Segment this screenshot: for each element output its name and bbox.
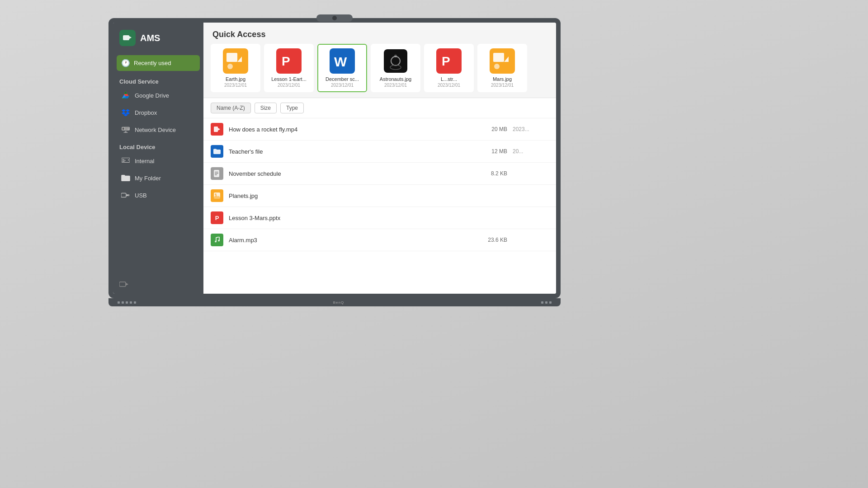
qa-item-lesson1[interactable]: P Lesson 1-Eart... 2023/12/01 bbox=[264, 44, 314, 92]
svg-rect-26 bbox=[384, 49, 407, 73]
local-device-section: Local Device bbox=[113, 138, 203, 152]
monitor-frame: AMS 🕐 Recently used Cloud Service bbox=[108, 18, 561, 298]
sidebar-item-recently-used[interactable]: 🕐 Recently used bbox=[117, 55, 200, 71]
svg-rect-4 bbox=[125, 128, 129, 128]
svg-point-45 bbox=[215, 241, 217, 243]
camera-bottom-icon bbox=[119, 281, 129, 289]
sidebar-item-network-device[interactable]: Network Device bbox=[115, 122, 202, 138]
network-device-icon bbox=[121, 125, 130, 134]
ams-logo bbox=[119, 30, 136, 46]
quick-access-title: Quick Access bbox=[203, 23, 556, 44]
file-row[interactable]: Teacher's file 12 MB 20... bbox=[203, 141, 556, 163]
svg-rect-10 bbox=[123, 160, 126, 160]
port-dot bbox=[549, 301, 552, 304]
svg-rect-36 bbox=[214, 127, 218, 132]
sort-size-button[interactable]: Size bbox=[255, 103, 277, 113]
camera bbox=[316, 14, 353, 22]
svg-rect-5 bbox=[125, 129, 127, 129]
svg-rect-0 bbox=[123, 35, 129, 40]
qa-name-earth: Earth.jpg bbox=[215, 76, 256, 82]
port-dot bbox=[545, 301, 547, 304]
file-row[interactable]: How does a rocket fly.mp4 20 MB 2023... bbox=[203, 118, 556, 141]
svg-rect-12 bbox=[128, 160, 129, 160]
internal-label: Internal bbox=[135, 158, 154, 164]
qa-date-earth: 2023/12/01 bbox=[224, 83, 247, 88]
port-dot bbox=[130, 301, 132, 304]
sort-name-button[interactable]: Name (A-Z) bbox=[211, 103, 251, 113]
qa-item-earth-jpg[interactable]: Earth.jpg 2023/12/01 bbox=[211, 44, 260, 92]
qa-item-astronauts[interactable]: Astronauts.jpg 2023/12/01 bbox=[371, 44, 420, 92]
qa-date-lesson1: 2023/12/01 bbox=[278, 83, 300, 88]
file-name-alarm: Alarm.mp3 bbox=[229, 237, 470, 244]
file-image-icon bbox=[211, 189, 223, 202]
svg-rect-33 bbox=[493, 53, 504, 62]
file-list-area: Name (A-Z) Size Type bbox=[203, 98, 556, 294]
sidebar: AMS 🕐 Recently used Cloud Service bbox=[113, 23, 203, 294]
sidebar-item-usb[interactable]: USB bbox=[115, 187, 202, 203]
svg-marker-1 bbox=[129, 36, 132, 39]
file-name-teachers: Teacher's file bbox=[229, 148, 470, 155]
svg-text:W: W bbox=[334, 54, 347, 69]
monitor-ports-left bbox=[118, 301, 136, 304]
qa-item-lstr[interactable]: P L...str... 2023/12/01 bbox=[424, 44, 474, 92]
sidebar-bottom bbox=[113, 277, 203, 294]
file-name-lesson3: Lesson 3-Mars.pptx bbox=[229, 215, 470, 221]
usb-label: USB bbox=[135, 192, 147, 199]
svg-point-15 bbox=[128, 195, 130, 196]
sidebar-item-google-drive[interactable]: Google Drive bbox=[115, 87, 202, 103]
svg-rect-40 bbox=[215, 173, 218, 174]
file-list-table: How does a rocket fly.mp4 20 MB 2023... bbox=[203, 118, 556, 251]
qa-item-december[interactable]: W December sc... 2023/12/01 bbox=[317, 44, 367, 92]
file-name-november: November schedule bbox=[229, 170, 470, 177]
monitor-bottom-bar: BenQ bbox=[108, 298, 561, 306]
file-date-teachers: 20... bbox=[513, 148, 549, 155]
svg-point-46 bbox=[218, 240, 220, 242]
clock-icon: 🕐 bbox=[121, 59, 130, 67]
svg-point-28 bbox=[394, 55, 397, 57]
svg-rect-39 bbox=[215, 172, 218, 173]
my-folder-label: My Folder bbox=[135, 175, 161, 182]
monitor-brand-label: BenQ bbox=[333, 300, 344, 305]
svg-text:P: P bbox=[282, 54, 290, 68]
sort-type-button[interactable]: Type bbox=[280, 103, 304, 113]
dropbox-label: Dropbox bbox=[135, 109, 157, 116]
file-row[interactable]: November schedule 8.2 KB bbox=[203, 163, 556, 185]
svg-rect-13 bbox=[121, 193, 126, 197]
quick-access-row: Earth.jpg 2023/12/01 P Lesson 1-Eart... … bbox=[203, 44, 556, 98]
file-date-rocket: 2023... bbox=[513, 126, 549, 132]
file-size-teachers: 12 MB bbox=[476, 148, 507, 155]
svg-rect-7 bbox=[124, 132, 128, 132]
file-row[interactable]: P Lesson 3-Mars.pptx bbox=[203, 207, 556, 229]
sidebar-item-internal[interactable]: Internal bbox=[115, 153, 202, 169]
cloud-service-section: Cloud Service bbox=[113, 73, 203, 87]
sidebar-item-my-folder[interactable]: My Folder bbox=[115, 170, 202, 186]
qa-date-december: 2023/12/01 bbox=[331, 83, 354, 88]
qa-name-astronauts: Astronauts.jpg bbox=[375, 76, 416, 82]
file-doc-icon bbox=[211, 167, 223, 180]
svg-rect-11 bbox=[123, 161, 125, 162]
port-dot bbox=[126, 301, 128, 304]
qa-icon-lstr: P bbox=[436, 48, 462, 74]
google-drive-icon bbox=[121, 91, 130, 100]
svg-text:P: P bbox=[442, 54, 450, 68]
svg-rect-3 bbox=[123, 128, 124, 130]
qa-date-lstr: 2023/12/01 bbox=[438, 83, 460, 88]
file-row[interactable]: Alarm.mp3 23.6 KB bbox=[203, 229, 556, 251]
qa-item-mars[interactable]: Mars.jpg 2023/12/01 bbox=[477, 44, 527, 92]
sidebar-item-dropbox[interactable]: Dropbox bbox=[115, 104, 202, 121]
internal-icon bbox=[121, 156, 130, 165]
file-name-planets: Planets.jpg bbox=[229, 192, 470, 199]
svg-rect-19 bbox=[226, 53, 237, 62]
svg-point-35 bbox=[494, 64, 500, 69]
port-dot bbox=[118, 301, 120, 304]
file-size-november: 8.2 KB bbox=[476, 170, 507, 177]
qa-icon-earth bbox=[223, 48, 248, 74]
port-dot bbox=[122, 301, 124, 304]
recently-used-label: Recently used bbox=[134, 60, 171, 66]
google-drive-label: Google Drive bbox=[135, 92, 169, 99]
file-list-header: Name (A-Z) Size Type bbox=[203, 98, 556, 118]
svg-marker-17 bbox=[126, 283, 128, 286]
app-title: AMS bbox=[140, 33, 160, 43]
qa-icon-astronauts bbox=[383, 48, 408, 74]
file-row[interactable]: Planets.jpg bbox=[203, 185, 556, 207]
